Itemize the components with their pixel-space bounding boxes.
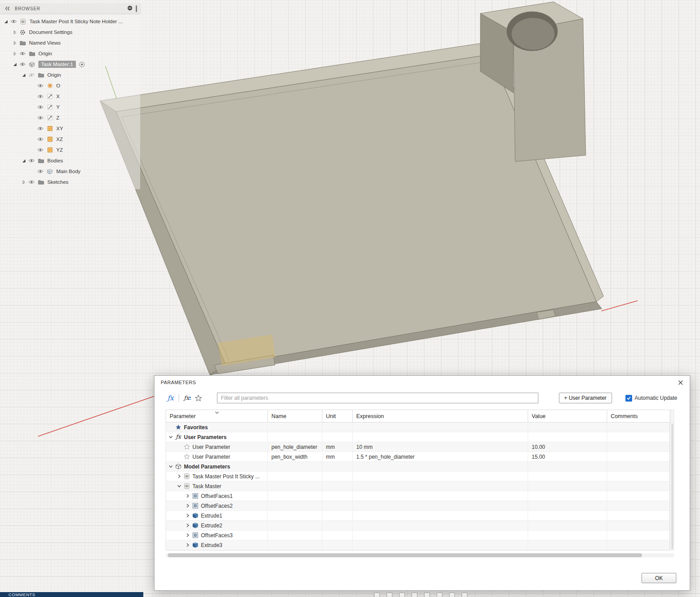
parameter-row-extrude2[interactable]: Extrude2	[166, 521, 670, 531]
visibility-off-icon[interactable]	[27, 73, 36, 77]
comments-cell	[607, 442, 670, 452]
minus-circle-icon[interactable]	[127, 4, 133, 12]
column-header-unit[interactable]: Unit	[322, 410, 353, 422]
browser-item-o[interactable]: O	[0, 80, 140, 91]
expanded-arrow-icon[interactable]	[21, 73, 27, 77]
activate-radio-icon[interactable]	[79, 62, 85, 67]
parameter-row-model-parameters[interactable]: Model Parameters	[166, 462, 670, 472]
collapsed-arrow-icon[interactable]	[12, 41, 18, 45]
column-header-expression[interactable]: Expression	[353, 410, 528, 422]
grid-settings-icon[interactable]	[449, 593, 455, 597]
browser-item-origin[interactable]: Origin	[0, 70, 140, 80]
expand-caret-icon[interactable]	[185, 513, 191, 518]
parameter-cell: Task Master Post It Sticky ...	[166, 472, 268, 481]
parameter-row-task-master[interactable]: Task Master	[166, 481, 670, 491]
visibility-icon[interactable]	[36, 94, 45, 99]
parameter-row-offsetfaces3[interactable]: OffsetFaces3	[166, 531, 670, 540]
vertical-scrollbar[interactable]	[671, 410, 674, 551]
horizontal-scrollbar[interactable]	[166, 553, 674, 557]
visibility-icon[interactable]	[36, 126, 45, 131]
display-settings-icon[interactable]	[437, 593, 442, 597]
expanded-arrow-icon[interactable]	[21, 159, 27, 163]
parameter-row-user-parameters[interactable]: ƒxUser Parameters	[166, 432, 670, 442]
collapsed-arrow-icon[interactable]	[21, 180, 27, 184]
visibility-icon[interactable]	[9, 19, 18, 24]
dialog-titlebar[interactable]: PARAMETERS	[154, 376, 690, 389]
browser-item-document-settings[interactable]: Document Settings	[0, 27, 140, 37]
browser-header[interactable]: BROWSER	[0, 4, 140, 13]
parameter-row-offsetfaces2[interactable]: OffsetFaces2	[166, 501, 670, 511]
vertical-scrollbar-thumb[interactable]	[671, 423, 673, 549]
filter-parameters-input[interactable]	[217, 393, 538, 403]
pan-icon[interactable]	[374, 593, 380, 597]
browser-item-origin[interactable]: Origin	[0, 48, 140, 59]
viewports-icon[interactable]	[462, 593, 467, 597]
expand-caret-icon[interactable]	[185, 533, 191, 538]
collapsed-arrow-icon[interactable]	[12, 52, 18, 56]
column-header-comments[interactable]: Comments	[607, 410, 671, 422]
favorites-filter-icon[interactable]	[193, 394, 204, 402]
browser-item-bodies[interactable]: Bodies	[0, 155, 140, 166]
browser-item-label: XY	[56, 126, 63, 131]
ok-button[interactable]: OK	[642, 573, 676, 583]
browser-item-x[interactable]: X	[0, 91, 140, 102]
horizontal-scrollbar-thumb[interactable]	[168, 553, 642, 557]
collapse-caret-icon[interactable]	[176, 484, 182, 489]
browser-item-named-views[interactable]: Named Views	[0, 37, 140, 48]
collapsed-arrow-icon[interactable]	[12, 30, 18, 34]
expand-caret-icon[interactable]	[185, 543, 191, 547]
expand-caret-icon[interactable]	[185, 523, 191, 528]
column-header-value[interactable]: Value	[528, 410, 607, 422]
parameter-row-pen-hole-diameter[interactable]: User Parameterpen_hole_diametermm10 mm10…	[166, 442, 670, 452]
visibility-icon[interactable]	[27, 180, 36, 184]
parameter-row-task-master-post-it-sticky[interactable]: Task Master Post It Sticky ...	[166, 472, 670, 481]
expression-cell	[353, 521, 528, 530]
double-chevron-left-icon[interactable]	[3, 5, 12, 12]
browser-item-z[interactable]: Z	[0, 112, 140, 123]
parameter-row-favorites[interactable]: Favorites	[166, 423, 670, 432]
column-header-name[interactable]: Name	[268, 410, 322, 422]
visibility-icon[interactable]	[36, 105, 45, 109]
visibility-icon[interactable]	[36, 148, 45, 152]
parameter-row-offsetfaces1[interactable]: OffsetFaces1	[166, 491, 670, 501]
expand-caret-icon[interactable]	[185, 503, 191, 508]
visibility-icon[interactable]	[27, 158, 36, 163]
parameter-row-extrude1[interactable]: Extrude1	[166, 511, 670, 521]
visibility-icon[interactable]	[18, 51, 27, 56]
expanded-arrow-icon[interactable]	[3, 20, 9, 24]
browser-item-yz[interactable]: YZ	[0, 145, 140, 155]
parameter-row-extrude3[interactable]: Extrude3	[166, 540, 670, 550]
expanded-arrow-icon[interactable]	[12, 62, 18, 66]
panel-resize-handle[interactable]	[136, 5, 137, 12]
fit-icon[interactable]	[399, 593, 405, 597]
column-header-parameter[interactable]: Parameter	[166, 410, 268, 422]
browser-item-y[interactable]: Y	[0, 102, 140, 112]
collapse-caret-icon[interactable]	[168, 435, 174, 439]
add-user-parameter-button[interactable]: + User Parameter	[559, 393, 612, 403]
look-at-icon[interactable]	[424, 593, 430, 597]
browser-item-xy[interactable]: XY	[0, 123, 140, 134]
expand-caret-icon[interactable]	[185, 493, 191, 498]
visibility-icon[interactable]	[36, 83, 45, 88]
expand-caret-icon[interactable]	[176, 474, 182, 479]
visibility-icon[interactable]	[36, 116, 45, 120]
comments-panel-tab[interactable]: COMMENTS	[0, 592, 143, 597]
browser-item-main-body[interactable]: Main Body	[0, 166, 140, 177]
visibility-icon[interactable]	[36, 137, 45, 141]
browser-item-task-master-post-it-sticky-note-holder[interactable]: Task Master Post It Sticky Note Holder .…	[0, 16, 140, 27]
visibility-icon[interactable]	[18, 62, 27, 66]
browser-item-xz[interactable]: XZ	[0, 134, 140, 145]
function-icon[interactable]: ƒx	[166, 394, 175, 402]
close-x-icon[interactable]	[678, 380, 683, 386]
collapse-caret-icon[interactable]	[168, 464, 174, 469]
orbit-icon[interactable]	[412, 593, 417, 597]
model-main-body[interactable]	[100, 2, 604, 375]
function-user-icon[interactable]: ƒx	[182, 394, 193, 402]
browser-item-sketches[interactable]: Sketches	[0, 177, 140, 187]
zoom-icon[interactable]	[387, 593, 392, 597]
visibility-icon[interactable]	[36, 169, 45, 174]
parameter-row-pen-box-width[interactable]: User Parameterpen_box_widthmm1.5 * pen_h…	[166, 452, 670, 462]
automatic-update-checkbox[interactable]	[625, 395, 632, 402]
plane-icon	[45, 137, 54, 142]
browser-item-task-master-1[interactable]: Task Master:1	[0, 59, 140, 70]
